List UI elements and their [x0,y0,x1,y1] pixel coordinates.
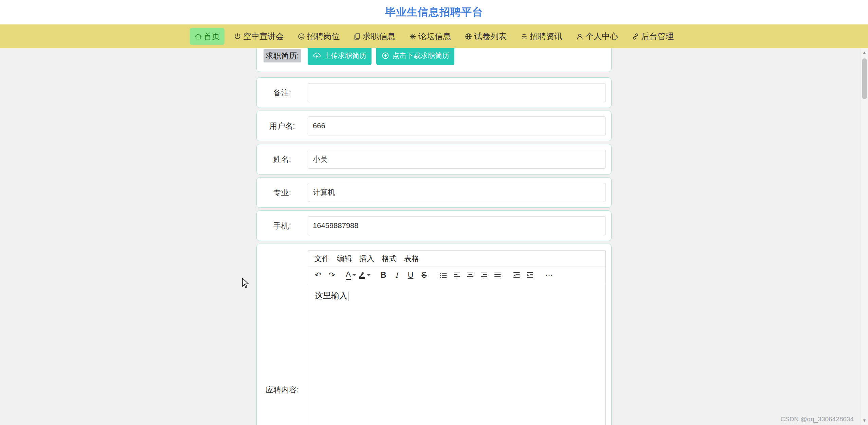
indent-button[interactable] [523,269,537,282]
italic-button[interactable]: I [390,269,404,282]
align-right-button[interactable] [477,269,491,282]
more-icon: ⋯ [545,271,553,279]
remark-field-row: 备注: [256,77,612,108]
page-title: 毕业生信息招聘平台 [385,5,483,19]
menu-format[interactable]: 格式 [378,252,400,265]
major-label: 专业: [257,187,308,198]
username-field-row: 用户名: [256,111,612,141]
page-scrollbar[interactable]: ▲ ▼ [861,48,868,425]
text-color-icon: A [346,271,351,280]
phone-label: 手机: [257,221,308,231]
undo-button[interactable]: ↶ [311,269,325,282]
nav-item-label: 后台管理 [641,31,674,42]
redo-icon: ↷ [328,271,335,279]
nav-item-positions[interactable]: 招聘岗位 [293,28,344,45]
username-input[interactable] [308,116,606,135]
cloud-upload-icon [313,52,321,60]
align-justify-button[interactable] [491,269,504,282]
resume-label: 求职简历: [264,49,301,62]
editor-content-area[interactable]: 这里输入 [308,284,605,425]
nav-item-label: 招聘岗位 [307,31,340,42]
application-content-label: 应聘内容: [257,385,308,395]
highlighter-icon [359,272,365,279]
menu-edit[interactable]: 编辑 [333,252,356,265]
phone-input[interactable] [308,216,606,235]
remark-label: 备注: [257,88,308,98]
phone-field-row: 手机: [256,210,612,241]
major-field-row: 专业: [256,177,612,208]
power-icon [234,33,241,40]
outdent-icon [513,272,520,279]
download-resume-button[interactable]: 点击下载求职简历 [376,48,454,65]
major-input[interactable] [308,183,606,202]
download-circle-icon [381,52,390,60]
editor-text: 这里输入 [315,291,347,300]
nav-item-exam-list[interactable]: 试卷列表 [460,28,511,45]
documents-icon [353,33,361,40]
bold-icon: B [381,271,386,279]
application-content-panel: 应聘内容: 文件 编辑 插入 格式 表格 ↶ ↷ A [256,244,612,425]
nav-item-forum[interactable]: 论坛信息 [404,28,455,45]
resume-panel: 求职简历: 上传求职简历 点击下载求职简历 [256,48,612,72]
menu-file[interactable]: 文件 [311,252,333,265]
nav-item-admin[interactable]: 后台管理 [627,28,678,45]
main-nav: 首页 空中宣讲会 招聘岗位 求职信息 论坛信息 试卷列表 招聘资讯 个人中心 后… [0,24,868,48]
scroll-up-arrow[interactable]: ▲ [861,48,868,57]
bold-button[interactable]: B [377,269,390,282]
nav-item-home[interactable]: 首页 [190,28,224,45]
editor-toolbar: ↶ ↷ A [308,266,605,284]
download-resume-label: 点击下载求职简历 [392,51,449,60]
indent-icon [527,272,534,279]
nav-item-jobseek-info[interactable]: 求职信息 [349,28,400,45]
nav-item-air-lecture[interactable]: 空中宣讲会 [229,28,288,45]
nav-item-label: 个人中心 [585,31,618,42]
scroll-down-arrow[interactable]: ▼ [861,416,868,425]
nav-item-label: 招聘资讯 [530,31,562,42]
undo-icon: ↶ [315,271,321,279]
name-input[interactable] [308,150,606,169]
upload-resume-button[interactable]: 上传求职简历 [308,48,372,65]
globe-icon [465,33,472,40]
align-left-button[interactable] [450,269,464,282]
user-icon [576,33,584,40]
underline-icon: U [408,271,414,279]
nav-item-label: 论坛信息 [418,31,451,42]
highlight-color-button[interactable] [358,269,371,282]
bullet-list-button[interactable] [436,269,450,282]
smiley-icon [297,33,305,40]
text-color-button[interactable]: A [344,269,358,282]
bullet-list-icon [439,272,447,278]
menu-table[interactable]: 表格 [400,252,423,265]
nav-item-label: 试卷列表 [474,31,507,42]
content-area: 求职简历: 上传求职简历 点击下载求职简历 备注: 用户名: 姓名: [0,48,868,425]
name-field-row: 姓名: [256,144,612,174]
align-center-button[interactable] [464,269,477,282]
more-toolbar-button[interactable]: ⋯ [542,269,556,282]
scrollbar-thumb[interactable] [862,58,867,99]
align-justify-icon [494,272,501,278]
nav-item-label: 求职信息 [363,31,395,42]
link-icon [632,33,639,40]
asterisk-icon [409,33,417,40]
menu-insert[interactable]: 插入 [356,252,378,265]
underline-button[interactable]: U [404,269,417,282]
nav-item-personal-center[interactable]: 个人中心 [572,28,622,45]
outdent-button[interactable] [510,269,523,282]
site-header: 毕业生信息招聘平台 [0,0,868,24]
strikethrough-icon: S [421,271,427,279]
nav-item-label: 首页 [204,31,220,42]
username-label: 用户名: [257,121,308,131]
rich-text-editor: 文件 编辑 插入 格式 表格 ↶ ↷ A [308,251,606,425]
chevron-down-icon [367,274,370,276]
csdn-watermark: CSDN @qq_3306428634 [780,415,854,423]
nav-item-recruit-news[interactable]: 招聘资讯 [516,28,567,45]
redo-button[interactable]: ↷ [325,269,339,282]
align-left-icon [453,272,460,278]
remark-input[interactable] [308,83,606,102]
news-lines-icon [520,33,528,40]
upload-resume-label: 上传求职简历 [324,51,366,60]
name-label: 姓名: [257,154,308,165]
align-right-icon [481,272,487,278]
strikethrough-button[interactable]: S [417,269,431,282]
editor-menubar: 文件 编辑 插入 格式 表格 [308,251,605,266]
